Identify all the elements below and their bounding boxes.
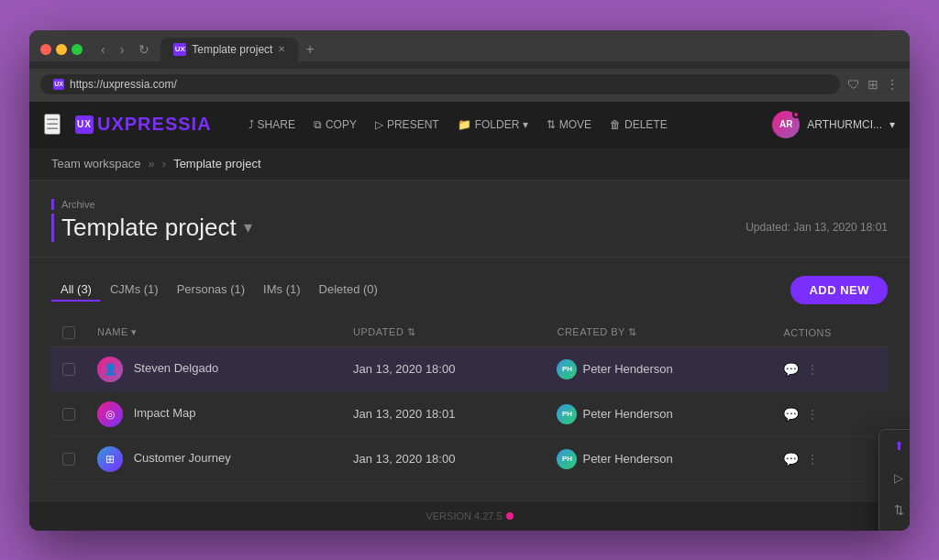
active-tab[interactable]: UX Template project ✕ — [160, 38, 298, 61]
tab-ims[interactable]: IMs (1) — [254, 279, 309, 302]
add-new-button[interactable]: ADD NEW — [790, 276, 888, 304]
address-text: https://uxpressia.com/ — [70, 78, 177, 91]
row1-comment-icon[interactable]: 💬 — [783, 362, 799, 377]
header-actions-col: ACTIONS — [772, 319, 888, 347]
tabs-row: All (3) CJMs (1) Personas (1) IMs (1) De — [51, 276, 888, 304]
context-menu-export[interactable]: ⬆ Export — [879, 430, 910, 462]
tab-title: Template project — [192, 43, 272, 56]
row3-name: Customer Journey — [134, 451, 231, 465]
browser-chrome: ‹ › ↻ UX Template project ✕ + — [29, 30, 910, 61]
present-icon: ▷ — [375, 118, 383, 131]
copy-button[interactable]: ⧉ COPY — [306, 115, 364, 135]
tab-close-button[interactable]: ✕ — [278, 44, 285, 54]
avatar: AR — [772, 111, 800, 138]
content-area: All (3) CJMs (1) Personas (1) IMs (1) De — [29, 258, 910, 500]
row2-name-cell: ◎ Impact Map — [86, 391, 342, 436]
context-menu-present[interactable]: ▷ Present — [879, 462, 910, 494]
table-row[interactable]: ◎ Impact Map Jan 13, 2020 18:01 PH Pe — [51, 391, 888, 436]
delete-label: DELETE — [624, 118, 668, 131]
browser-window: ‹ › ↻ UX Template project ✕ + UX https:/… — [29, 30, 910, 531]
row1-avatar: PH — [557, 359, 577, 379]
project-title-row: Template project ▾ Updated: Jan 13, 2020… — [51, 214, 888, 242]
row3-comment-icon[interactable]: 💬 — [783, 452, 799, 467]
logo: UX UXPRESSIA — [75, 114, 212, 135]
present-label: PRESENT — [387, 118, 439, 131]
row2-checkbox[interactable] — [62, 408, 75, 421]
breadcrumb-workspace[interactable]: Team workspace — [51, 157, 141, 170]
row1-actions-cell: 💬 ⋮ — [772, 346, 888, 391]
row2-name: Impact Map — [134, 406, 196, 420]
row3-avatar: PH — [557, 449, 577, 469]
present-button[interactable]: ▷ PRESENT — [368, 115, 447, 135]
tab-cjms-label: CJMs (1) — [110, 282, 159, 296]
tab-personas-label: Personas (1) — [177, 282, 245, 296]
row2-created-cell: PH Peter Henderson — [546, 391, 772, 436]
new-tab-button[interactable]: + — [298, 38, 321, 61]
table-wrapper: NAME ▾ UPDATED ⇅ CREATED BY ⇅ ACTIONS — [51, 319, 888, 482]
user-info[interactable]: AR ARTHURMCI... ▾ — [772, 111, 895, 138]
move-button[interactable]: ⇅ MOVE — [539, 115, 599, 135]
tab-cjms[interactable]: CJMs (1) — [101, 279, 168, 302]
row1-persona-icon: 👤 — [97, 357, 123, 382]
context-menu-delete[interactable]: 🗑 Delete — [879, 526, 910, 531]
row3-updated-cell: Jan 13, 2020 18:00 — [342, 436, 546, 481]
header-actions-label: ACTIONS — [783, 327, 831, 338]
breadcrumb-project: Template project — [173, 157, 260, 170]
logo-icon: UX — [75, 115, 94, 134]
row2-updated-cell: Jan 13, 2020 18:01 — [342, 391, 546, 436]
header-name-col[interactable]: NAME ▾ — [86, 319, 342, 347]
close-button[interactable] — [40, 44, 51, 55]
row3-updated: Jan 13, 2020 18:00 — [353, 452, 455, 466]
select-all-checkbox[interactable] — [62, 326, 75, 339]
tab-bar: UX Template project ✕ + — [160, 38, 321, 61]
share-button[interactable]: ⤴ SHARE — [241, 115, 303, 135]
row2-impact-icon: ◎ — [97, 401, 123, 427]
hamburger-menu-button[interactable]: ☰ — [44, 114, 61, 135]
export-icon: ⬆ — [894, 439, 904, 453]
user-name: ARTHURMCI... — [807, 118, 882, 131]
header-created-by-col[interactable]: CREATED BY ⇅ — [546, 319, 772, 347]
row3-checkbox[interactable] — [62, 453, 75, 466]
row2-checkbox-cell — [51, 391, 86, 436]
version-footer: VERSION 4.27.5 — [29, 500, 910, 531]
extensions-icon[interactable]: ⊞ — [867, 77, 878, 92]
project-title-chevron-icon[interactable]: ▾ — [244, 217, 252, 237]
address-bar[interactable]: UX https://uxpressia.com/ — [40, 74, 840, 94]
row1-checkbox-cell — [51, 346, 86, 391]
tab-all[interactable]: All (3) — [51, 279, 101, 302]
reload-button[interactable]: ↻ — [135, 40, 153, 59]
move-label: MOVE — [559, 118, 591, 131]
header-updated-col[interactable]: UPDATED ⇅ — [342, 319, 546, 347]
notification-dot — [792, 111, 800, 118]
copy-label: COPY — [326, 118, 357, 131]
share-icon: ⤴ — [249, 118, 254, 131]
row1-checkbox[interactable] — [62, 363, 75, 376]
maximize-button[interactable] — [72, 44, 83, 55]
row2-updated: Jan 13, 2020 18:01 — [353, 407, 455, 421]
back-button[interactable]: ‹ — [97, 40, 109, 59]
table-row[interactable]: ⊞ Customer Journey Jan 13, 2020 18:00 PH — [51, 436, 888, 481]
tabs: All (3) CJMs (1) Personas (1) IMs (1) De — [51, 279, 387, 302]
context-menu-move[interactable]: ⇅ Move — [879, 494, 910, 526]
menu-icon[interactable]: ⋮ — [886, 77, 899, 92]
address-bar-row: UX https://uxpressia.com/ 🛡 ⊞ ⋮ — [29, 69, 910, 102]
tab-deleted-label: Deleted (0) — [319, 282, 378, 296]
version-text: VERSION 4.27.5 — [425, 511, 502, 522]
tab-personas[interactable]: Personas (1) — [168, 279, 254, 302]
tab-deleted[interactable]: Deleted (0) — [310, 279, 387, 302]
forward-button[interactable]: › — [116, 40, 128, 59]
minimize-button[interactable] — [56, 44, 67, 55]
table-row[interactable]: 👤 Steven Delgado Jan 13, 2020 18:00 PH — [51, 346, 888, 391]
folder-button[interactable]: 📁 FOLDER ▾ — [450, 115, 536, 135]
top-navbar: ☰ UX UXPRESSIA ⤴ SHARE ⧉ COPY ▷ PRESENT — [29, 102, 910, 148]
row3-more-icon[interactable]: ⋮ — [806, 452, 819, 467]
row1-more-icon[interactable]: ⋮ — [806, 362, 819, 377]
row2-action-icons: 💬 ⋮ — [783, 407, 877, 422]
delete-button[interactable]: 🗑 DELETE — [602, 115, 675, 135]
main-content: Archive Template project ▾ Updated: Jan … — [29, 181, 910, 500]
row2-more-icon[interactable]: ⋮ — [806, 407, 819, 422]
row2-created-by: Peter Henderson — [582, 407, 672, 421]
row2-comment-icon[interactable]: 💬 — [783, 407, 799, 422]
row3-action-icons: 💬 ⋮ — [783, 452, 877, 467]
table-header-row: NAME ▾ UPDATED ⇅ CREATED BY ⇅ ACTIONS — [51, 319, 888, 347]
